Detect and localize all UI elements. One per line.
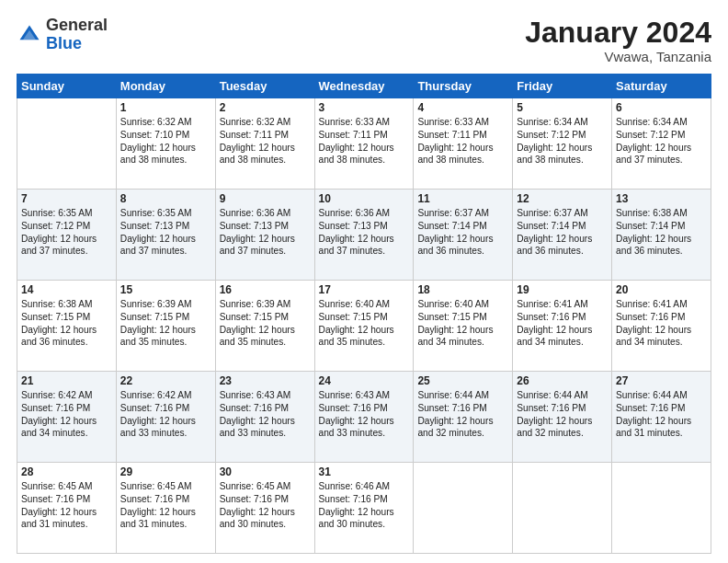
cell-content: Sunrise: 6:45 AMSunset: 7:16 PMDaylight:…	[120, 480, 211, 531]
sunrise-text: Sunrise: 6:37 AM	[517, 207, 608, 220]
calendar-cell: 4Sunrise: 6:33 AMSunset: 7:11 PMDaylight…	[414, 98, 513, 190]
daylight-text: Daylight: 12 hours	[21, 415, 112, 428]
cell-content: Sunrise: 6:39 AMSunset: 7:15 PMDaylight:…	[220, 298, 311, 349]
daylight-text-2: and 35 minutes.	[220, 336, 311, 349]
sunset-text: Sunset: 7:16 PM	[220, 493, 311, 506]
daylight-text: Daylight: 12 hours	[220, 233, 311, 246]
daylight-text-2: and 33 minutes.	[319, 427, 410, 440]
daylight-text-2: and 37 minutes.	[319, 245, 410, 258]
daylight-text-2: and 37 minutes.	[120, 245, 211, 258]
daylight-text: Daylight: 12 hours	[517, 142, 608, 155]
daylight-text: Daylight: 12 hours	[417, 142, 508, 155]
day-number: 3	[319, 101, 410, 114]
calendar-table: SundayMondayTuesdayWednesdayThursdayFrid…	[17, 74, 711, 554]
daylight-text: Daylight: 12 hours	[220, 324, 311, 337]
sunset-text: Sunset: 7:15 PM	[319, 311, 410, 324]
calendar-cell	[612, 463, 711, 554]
calendar-header-wednesday: Wednesday	[314, 75, 414, 98]
sunrise-text: Sunrise: 6:43 AM	[319, 389, 410, 402]
calendar-cell: 18Sunrise: 6:40 AMSunset: 7:15 PMDayligh…	[414, 281, 513, 372]
sunset-text: Sunset: 7:16 PM	[120, 402, 211, 415]
calendar-cell: 24Sunrise: 6:43 AMSunset: 7:16 PMDayligh…	[314, 372, 414, 463]
calendar-cell: 3Sunrise: 6:33 AMSunset: 7:11 PMDaylight…	[314, 98, 414, 190]
cell-content: Sunrise: 6:42 AMSunset: 7:16 PMDaylight:…	[21, 389, 112, 440]
day-number: 29	[120, 465, 211, 478]
day-number: 9	[220, 192, 311, 205]
calendar-week-row: 7Sunrise: 6:35 AMSunset: 7:12 PMDaylight…	[17, 190, 711, 281]
cell-content: Sunrise: 6:34 AMSunset: 7:12 PMDaylight:…	[517, 116, 608, 167]
cell-content: Sunrise: 6:34 AMSunset: 7:12 PMDaylight:…	[616, 116, 707, 167]
calendar-cell: 10Sunrise: 6:36 AMSunset: 7:13 PMDayligh…	[314, 190, 414, 281]
daylight-text-2: and 36 minutes.	[517, 245, 608, 258]
sunrise-text: Sunrise: 6:45 AM	[220, 480, 311, 493]
daylight-text-2: and 38 minutes.	[120, 154, 211, 167]
calendar-cell: 25Sunrise: 6:44 AMSunset: 7:16 PMDayligh…	[414, 372, 513, 463]
daylight-text-2: and 30 minutes.	[220, 518, 311, 531]
cell-content: Sunrise: 6:35 AMSunset: 7:13 PMDaylight:…	[120, 207, 211, 258]
sunrise-text: Sunrise: 6:45 AM	[21, 480, 112, 493]
day-number: 1	[120, 101, 211, 114]
sunrise-text: Sunrise: 6:46 AM	[319, 480, 410, 493]
sunrise-text: Sunrise: 6:38 AM	[21, 298, 112, 311]
header: General Blue January 2024 Vwawa, Tanzani…	[17, 17, 711, 64]
daylight-text-2: and 32 minutes.	[417, 427, 508, 440]
calendar-cell: 6Sunrise: 6:34 AMSunset: 7:12 PMDaylight…	[612, 98, 711, 190]
sunset-text: Sunset: 7:14 PM	[517, 220, 608, 233]
sunset-text: Sunset: 7:11 PM	[220, 129, 311, 142]
daylight-text-2: and 35 minutes.	[120, 336, 211, 349]
sunrise-text: Sunrise: 6:44 AM	[616, 389, 707, 402]
sunset-text: Sunset: 7:12 PM	[616, 129, 707, 142]
sunset-text: Sunset: 7:16 PM	[616, 402, 707, 415]
daylight-text-2: and 34 minutes.	[417, 336, 508, 349]
cell-content: Sunrise: 6:40 AMSunset: 7:15 PMDaylight:…	[319, 298, 410, 349]
sunrise-text: Sunrise: 6:42 AM	[120, 389, 211, 402]
sunrise-text: Sunrise: 6:33 AM	[417, 116, 508, 129]
calendar-cell	[513, 463, 612, 554]
cell-content: Sunrise: 6:32 AMSunset: 7:11 PMDaylight:…	[220, 116, 311, 167]
cell-content: Sunrise: 6:42 AMSunset: 7:16 PMDaylight:…	[120, 389, 211, 440]
calendar-cell: 26Sunrise: 6:44 AMSunset: 7:16 PMDayligh…	[513, 372, 612, 463]
calendar-header-friday: Friday	[513, 75, 612, 98]
day-number: 28	[21, 465, 112, 478]
calendar-week-row: 21Sunrise: 6:42 AMSunset: 7:16 PMDayligh…	[17, 372, 711, 463]
calendar-cell: 20Sunrise: 6:41 AMSunset: 7:16 PMDayligh…	[612, 281, 711, 372]
sunrise-text: Sunrise: 6:36 AM	[319, 207, 410, 220]
daylight-text: Daylight: 12 hours	[220, 415, 311, 428]
logo-text: General Blue	[46, 17, 108, 53]
daylight-text-2: and 36 minutes.	[616, 245, 707, 258]
logo-icon	[17, 22, 42, 48]
daylight-text: Daylight: 12 hours	[319, 233, 410, 246]
sunrise-text: Sunrise: 6:32 AM	[120, 116, 211, 129]
daylight-text-2: and 38 minutes.	[220, 154, 311, 167]
day-number: 18	[417, 283, 508, 296]
sunset-text: Sunset: 7:16 PM	[21, 493, 112, 506]
day-number: 14	[21, 283, 112, 296]
cell-content: Sunrise: 6:44 AMSunset: 7:16 PMDaylight:…	[616, 389, 707, 440]
cell-content: Sunrise: 6:40 AMSunset: 7:15 PMDaylight:…	[417, 298, 508, 349]
logo: General Blue	[17, 17, 108, 53]
sunset-text: Sunset: 7:16 PM	[517, 402, 608, 415]
sunrise-text: Sunrise: 6:32 AM	[220, 116, 311, 129]
sunset-text: Sunset: 7:15 PM	[120, 311, 211, 324]
sunset-text: Sunset: 7:16 PM	[319, 402, 410, 415]
daylight-text-2: and 34 minutes.	[21, 427, 112, 440]
sunset-text: Sunset: 7:16 PM	[220, 402, 311, 415]
cell-content: Sunrise: 6:32 AMSunset: 7:10 PMDaylight:…	[120, 116, 211, 167]
sunrise-text: Sunrise: 6:34 AM	[616, 116, 707, 129]
calendar-header-saturday: Saturday	[612, 75, 711, 98]
day-number: 20	[616, 283, 707, 296]
calendar-cell: 28Sunrise: 6:45 AMSunset: 7:16 PMDayligh…	[17, 463, 117, 554]
daylight-text-2: and 31 minutes.	[21, 518, 112, 531]
calendar-week-row: 28Sunrise: 6:45 AMSunset: 7:16 PMDayligh…	[17, 463, 711, 554]
sunrise-text: Sunrise: 6:45 AM	[120, 480, 211, 493]
cell-content: Sunrise: 6:33 AMSunset: 7:11 PMDaylight:…	[319, 116, 410, 167]
daylight-text: Daylight: 12 hours	[21, 324, 112, 337]
day-number: 5	[517, 101, 608, 114]
sunrise-text: Sunrise: 6:41 AM	[616, 298, 707, 311]
sunset-text: Sunset: 7:11 PM	[319, 129, 410, 142]
daylight-text-2: and 38 minutes.	[517, 154, 608, 167]
daylight-text-2: and 38 minutes.	[417, 154, 508, 167]
daylight-text-2: and 32 minutes.	[517, 427, 608, 440]
calendar-cell: 31Sunrise: 6:46 AMSunset: 7:16 PMDayligh…	[314, 463, 414, 554]
sunset-text: Sunset: 7:16 PM	[319, 493, 410, 506]
